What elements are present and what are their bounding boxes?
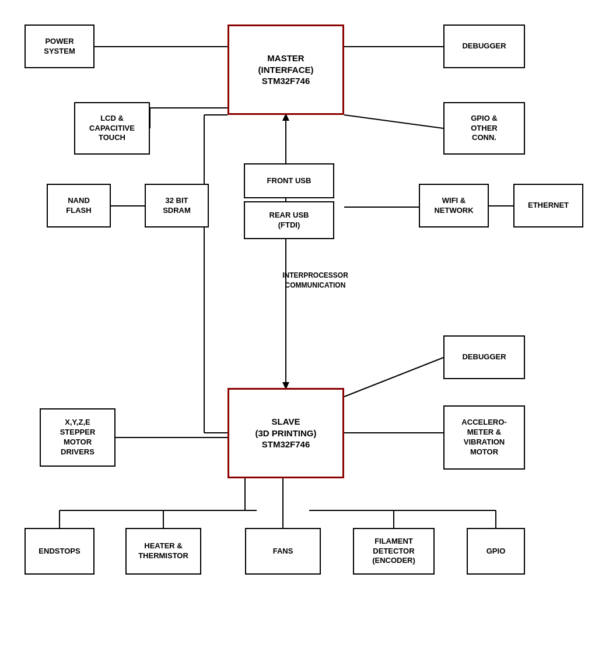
interprocessor-label: INTERPROCESSORCOMMUNICATION (261, 267, 369, 293)
accelerometer-box: ACCELERO- METER & VIBRATION MOTOR (443, 405, 525, 470)
debugger-bottom-box: DEBUGGER (443, 335, 525, 379)
svg-line-17 (344, 358, 443, 397)
filament-box: FILAMENT DETECTOR (ENCODER) (353, 528, 435, 575)
power-system-box: POWER SYSTEM (24, 24, 94, 68)
front-usb-box: FRONT USB (244, 163, 334, 198)
rear-usb-box: REAR USB (FTDI) (244, 201, 334, 239)
wifi-box: WIFI & NETWORK (419, 184, 489, 228)
svg-line-9 (344, 115, 443, 128)
heater-box: HEATER & THERMISTOR (125, 528, 201, 575)
lcd-box: LCD & CAPACITIVE TOUCH (74, 102, 150, 155)
nand-flash-box: NAND FLASH (47, 184, 111, 228)
ethernet-box: ETHERNET (513, 184, 583, 228)
endstops-box: ENDSTOPS (24, 528, 94, 575)
sdram-box: 32 BIT SDRAM (145, 184, 209, 228)
master-box: MASTER (INTERFACE) STM32F746 (228, 24, 344, 115)
gpio-other-box: GPIO & OTHER CONN. (443, 102, 525, 155)
debugger-top-box: DEBUGGER (443, 24, 525, 68)
gpio-bottom-box: GPIO (467, 528, 525, 575)
slave-box: SLAVE (3D PRINTING) STM32F746 (228, 388, 344, 478)
stepper-box: X,Y,Z,E STEPPER MOTOR DRIVERS (40, 408, 116, 467)
fans-box: FANS (245, 528, 321, 575)
